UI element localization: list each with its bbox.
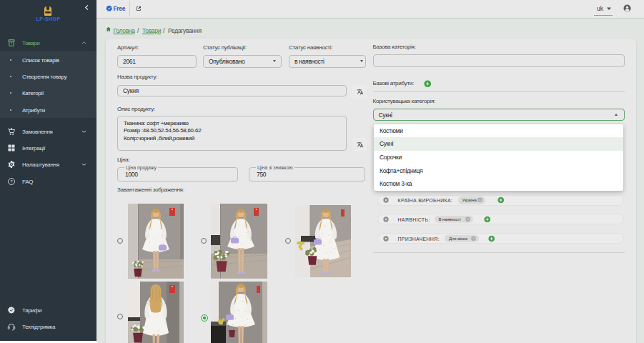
svg-text:?: ? xyxy=(11,179,13,184)
